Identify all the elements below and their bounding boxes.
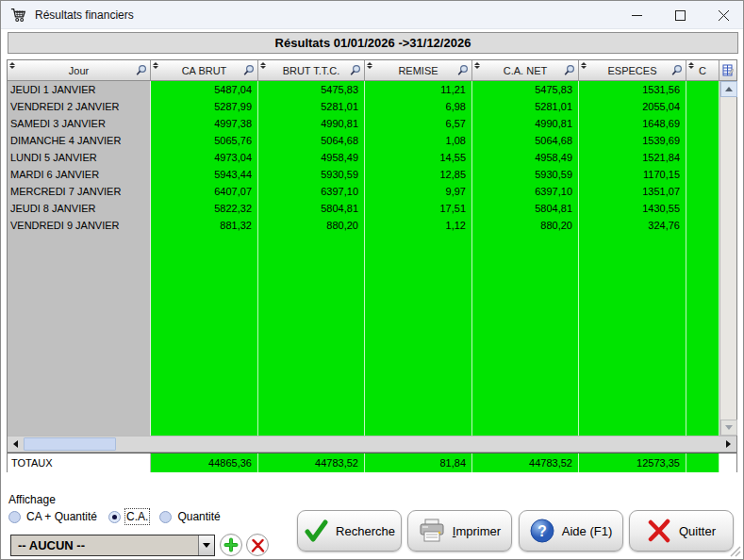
scroll-up-button[interactable] <box>720 81 737 97</box>
column-resize-icon[interactable] <box>152 60 158 70</box>
column-resize-icon[interactable] <box>259 60 266 70</box>
cell-brut-ttc[interactable]: 5930,59 <box>258 166 365 183</box>
cell-especes[interactable]: 2055,04 <box>579 98 686 115</box>
table-row[interactable]: SAMEDI 3 JANVIER4997,384990,816,574990,8… <box>8 115 719 132</box>
cell-ca-net[interactable]: 5475,83 <box>472 81 579 98</box>
column-header-especes[interactable]: ESPECES <box>579 60 686 80</box>
resize-grip[interactable] <box>729 545 741 557</box>
column-search-icon[interactable] <box>136 64 147 76</box>
filter-dropdown[interactable]: -- AUCUN -- <box>10 535 215 556</box>
cell-remise[interactable]: 6,57 <box>365 115 472 132</box>
cell-jour[interactable]: JEUDI 1 JANVIER <box>8 81 151 98</box>
column-resize-icon[interactable] <box>8 60 15 70</box>
column-search-icon[interactable] <box>564 64 575 76</box>
cell-ca-net[interactable]: 5064,68 <box>472 132 579 149</box>
vertical-scrollbar[interactable] <box>719 81 736 436</box>
radio-ca[interactable]: C.A. <box>108 510 148 523</box>
table-row[interactable]: VENDREDI 2 JANVIER5287,995281,016,985281… <box>8 98 719 115</box>
column-search-icon[interactable] <box>671 64 683 76</box>
scroll-right-button[interactable] <box>720 436 736 452</box>
column-search-icon[interactable] <box>457 64 469 76</box>
column-resize-icon[interactable] <box>366 60 372 70</box>
minimize-button[interactable] <box>615 1 658 29</box>
cell-remise[interactable]: 14,55 <box>365 149 472 166</box>
cell-especes[interactable]: 1430,55 <box>579 200 686 217</box>
radio-quantite[interactable]: Quantité <box>159 510 220 523</box>
add-filter-button[interactable] <box>220 534 242 556</box>
help-button[interactable]: ? Aide (F1) <box>519 510 623 552</box>
cell-remise[interactable]: 9,97 <box>365 183 472 200</box>
maximize-button[interactable] <box>658 1 702 29</box>
cell-ca-net[interactable]: 4990,81 <box>472 115 579 132</box>
cell-jour[interactable]: SAMEDI 3 JANVIER <box>8 115 151 132</box>
radio-circle-icon[interactable] <box>108 511 121 523</box>
column-resize-icon[interactable] <box>687 60 694 70</box>
table-row[interactable]: MARDI 6 JANVIER5943,445930,5912,855930,5… <box>8 166 719 183</box>
table-options-button[interactable] <box>719 60 736 80</box>
cell-especes[interactable]: 1531,56 <box>579 81 686 98</box>
cell-remise[interactable]: 1,12 <box>365 217 472 234</box>
radio-circle-icon[interactable] <box>159 511 172 523</box>
close-button[interactable] <box>702 1 744 29</box>
cell-especes[interactable]: 324,76 <box>579 217 686 234</box>
cell-ca-net[interactable]: 880,20 <box>472 217 579 234</box>
cell-remise[interactable]: 11,21 <box>365 81 472 98</box>
cell-ca-net[interactable]: 5930,59 <box>472 166 579 183</box>
delete-filter-button[interactable] <box>246 534 269 556</box>
cell-jour[interactable]: LUNDI 5 JANVIER <box>8 149 151 166</box>
cell-ca-brut[interactable]: 881,32 <box>151 217 258 234</box>
cell-remise[interactable]: 12,85 <box>365 166 472 183</box>
cell-ca-net[interactable]: 5281,01 <box>472 98 579 115</box>
radio-circle-icon[interactable] <box>8 511 21 523</box>
cell-jour[interactable]: DIMANCHE 4 JANVIER <box>8 132 151 149</box>
scroll-down-button[interactable] <box>720 420 737 436</box>
cell-ca-brut[interactable]: 4973,04 <box>151 149 258 166</box>
cell-remise[interactable]: 1,08 <box>365 132 472 149</box>
cell-jour[interactable]: VENDREDI 2 JANVIER <box>8 98 151 115</box>
column-header-ca-brut[interactable]: CA BRUT <box>151 60 258 80</box>
column-resize-icon[interactable] <box>580 60 587 70</box>
cell-brut-ttc[interactable]: 5475,83 <box>258 81 365 98</box>
cell-ca-brut[interactable]: 6407,07 <box>151 183 258 200</box>
column-header-c[interactable]: C <box>686 60 719 80</box>
cell-ca-net[interactable]: 6397,10 <box>472 183 579 200</box>
cell-jour[interactable]: MERCREDI 7 JANVIER <box>8 183 151 200</box>
cell-jour[interactable]: MARDI 6 JANVIER <box>8 166 151 183</box>
print-button[interactable]: Imprimer <box>407 510 512 552</box>
cell-especes[interactable]: 1648,69 <box>579 115 686 132</box>
cell-jour[interactable]: JEUDI 8 JANVIER <box>8 200 151 217</box>
column-search-icon[interactable] <box>350 64 361 76</box>
table-row[interactable]: JEUDI 1 JANVIER5487,045475,8311,215475,8… <box>8 81 719 98</box>
cell-ca-brut[interactable]: 5287,99 <box>151 98 258 115</box>
cell-remise[interactable]: 6,98 <box>365 98 472 115</box>
cell-ca-brut[interactable]: 5943,44 <box>151 166 258 183</box>
horizontal-scroll-thumb[interactable] <box>24 437 116 451</box>
cell-especes[interactable]: 1539,69 <box>579 132 686 149</box>
cell-brut-ttc[interactable]: 5064,68 <box>258 132 365 149</box>
cell-ca-brut[interactable]: 4997,38 <box>151 115 258 132</box>
cell-ca-brut[interactable]: 5065,76 <box>151 132 258 149</box>
table-row[interactable]: MERCREDI 7 JANVIER6407,076397,109,976397… <box>8 183 719 200</box>
cell-brut-ttc[interactable]: 880,20 <box>258 217 365 234</box>
cell-brut-ttc[interactable]: 4958,49 <box>258 149 365 166</box>
column-resize-icon[interactable] <box>473 60 480 70</box>
horizontal-scrollbar[interactable] <box>8 436 736 453</box>
column-header-jour[interactable]: Jour <box>8 60 151 80</box>
search-button[interactable]: Recherche <box>297 510 402 552</box>
cell-ca-brut[interactable]: 5822,32 <box>151 200 258 217</box>
cell-brut-ttc[interactable]: 6397,10 <box>258 183 365 200</box>
cell-ca-net[interactable]: 5804,81 <box>472 200 579 217</box>
cell-especes[interactable]: 1521,84 <box>579 149 686 166</box>
cell-ca-net[interactable]: 4958,49 <box>472 149 579 166</box>
table-row[interactable]: JEUDI 8 JANVIER5822,325804,8117,515804,8… <box>8 200 719 217</box>
cell-especes[interactable]: 1170,15 <box>579 166 686 183</box>
column-header-brut-t-t-c-[interactable]: BRUT T.T.C. <box>258 60 365 80</box>
cell-brut-ttc[interactable]: 5281,01 <box>258 98 365 115</box>
scroll-left-button[interactable] <box>8 436 24 452</box>
cell-ca-brut[interactable]: 5487,04 <box>151 81 258 98</box>
table-row[interactable]: DIMANCHE 4 JANVIER5065,765064,681,085064… <box>8 132 719 149</box>
dropdown-arrow-button[interactable] <box>198 535 214 555</box>
column-search-icon[interactable] <box>243 64 255 76</box>
cell-brut-ttc[interactable]: 5804,81 <box>258 200 365 217</box>
table-row[interactable]: VENDREDI 9 JANVIER881,32880,201,12880,20… <box>8 217 719 234</box>
